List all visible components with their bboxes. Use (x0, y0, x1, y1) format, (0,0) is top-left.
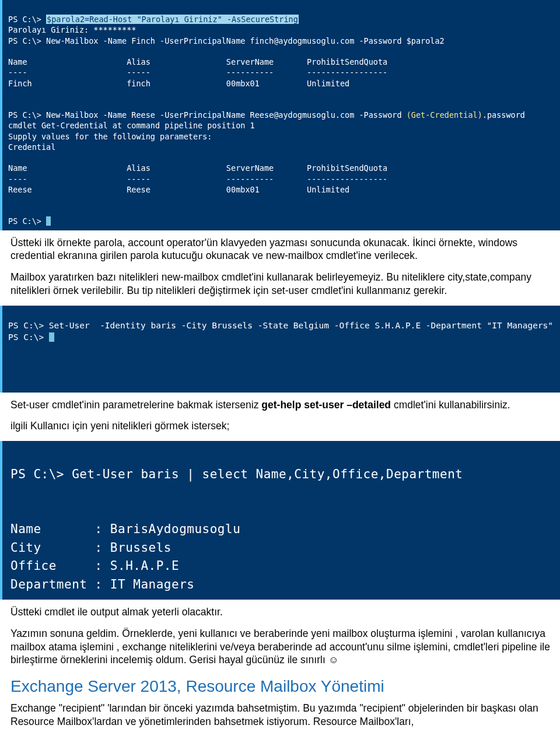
term3-r1: Name : BarisAydogmusoglu (10, 522, 240, 536)
term2-blank4 (8, 378, 13, 387)
section-heading: Exchange Server 2013, Resource Mailbox Y… (10, 677, 552, 696)
p3-a: Set-user cmdlet'inin parametrelerine bak… (10, 399, 261, 411)
term3-blank2 (10, 504, 18, 518)
term1-line5: cmdlet Get-Credential at command pipelin… (8, 121, 255, 130)
term1-line4b: (Get-Credential) (407, 110, 482, 120)
terminal-block-1: PS C:\> $parola2=Read-Host "Parolayı Gir… (0, 0, 560, 230)
term1-blank4 (8, 153, 13, 162)
terminal-block-2: PS C:\> Set-User -Identity baris -City B… (0, 306, 560, 393)
paragraph-6: Yazımın sonuna geldim. Örneklerde, yeni … (10, 627, 552, 667)
term3-blank1 (10, 485, 18, 499)
paragraph-1: Üstteki ilk örnekte parola, account oper… (10, 236, 552, 263)
term2-line1: PS C:\> Set-User -Identity baris -City B… (8, 321, 553, 330)
term1-line2: Parolayı Giriniz: ********* (8, 25, 136, 34)
term2-cursor: _ (49, 332, 54, 342)
term3-line1: PS C:\> Get-User baris | select Name,Cit… (10, 467, 463, 481)
term1-line6: Supply values for the following paramete… (8, 132, 212, 141)
term1-line4a: PS C:\> New-Mailbox -Name Reese -UserPri… (8, 110, 407, 120)
term1-line3: PS C:\> New-Mailbox -Name Finch -UserPri… (8, 36, 444, 45)
term1-blank5 (8, 195, 13, 205)
term1-line1-cmd: $parola2=Read-Host "Parolayı Giriniz" -A… (46, 15, 299, 24)
term1-line7: Credential (8, 142, 55, 152)
term1-row2: Reese Reese 00mbx01 Unlimited (8, 185, 349, 194)
term1-header2: Name Alias ServerName ProhibitSendQuota (8, 163, 387, 173)
term1-blank3 (8, 100, 13, 109)
term1-blank6 (8, 206, 13, 215)
term2-blank2 (8, 355, 13, 365)
term1-line4c: .password (482, 110, 525, 120)
term1-row1: Finch finch 00mbx01 Unlimited (8, 79, 349, 88)
term1-header1-underline: ---- ----- ---------- ----------------- (8, 68, 387, 77)
term3-r4: Department : IT Managers (10, 577, 194, 591)
term2-blank3 (8, 366, 13, 376)
p3-c: cmdlet'ini kullanabilirsiniz. (391, 399, 510, 411)
terminal-block-3: PS C:\> Get-User baris | select Name,Cit… (0, 441, 560, 600)
term3-r2: City : Brussels (10, 541, 172, 555)
term1-header2-underline: ---- ----- ---------- ----------------- (8, 174, 387, 184)
term1-blank2 (8, 89, 13, 99)
paragraph-7: Exchange "recipient" 'larından bir öncek… (10, 702, 552, 729)
term1-cursor: _ (46, 216, 51, 226)
term1-blank1 (8, 47, 13, 56)
term2-prompt: PS C:\> (8, 332, 49, 342)
term1-line1-prompt: PS C:\> (8, 15, 46, 24)
paragraph-4: ilgili Kullanıcı için yeni nitelikleri g… (10, 419, 552, 433)
term2-blank1 (8, 344, 13, 353)
p3-bold: get-help set-user –detailed (261, 399, 391, 411)
term1-prompt-end: PS C:\> (8, 216, 46, 226)
term3-r3: Office : S.H.A.P.E (10, 559, 179, 573)
paragraph-2: Mailbox yaratırken bazı nitelikleri new-… (10, 271, 552, 297)
term1-header1: Name Alias ServerName ProhibitSendQuota (8, 57, 387, 66)
paragraph-3: Set-user cmdlet'inin parametrelerine bak… (10, 398, 552, 412)
paragraph-5: Üstteki cmdlet ile output almak yeterli … (10, 605, 552, 619)
